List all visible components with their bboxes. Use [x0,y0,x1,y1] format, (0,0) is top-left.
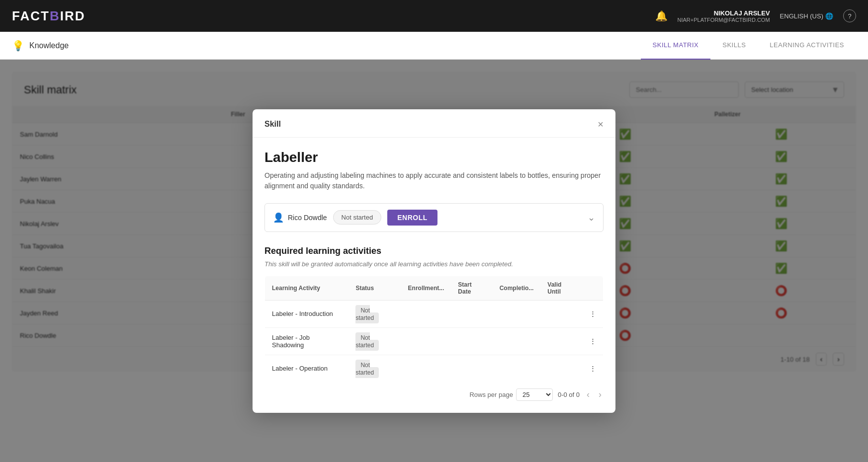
activity-name: Labeler - Operation [265,355,349,382]
language-selector[interactable]: ENGLISH (US) 🌐 [780,12,833,20]
enroll-button[interactable]: ENROLL [387,210,437,226]
user-info: NIKOLAJ ARSLEV NIAR+PLATFORM@FACTBIRD.CO… [678,9,770,23]
logo: FACTBIRD [12,8,85,24]
learning-row: Labeler - Job Shadowing Not started ⋮ [265,327,604,355]
col-actions [583,276,604,300]
activity-valid-until [540,355,583,382]
knowledge-icon: 💡 [12,40,24,52]
rows-per-page-label: Rows per page [469,391,513,398]
activity-status: Not started [348,327,401,355]
user-email: NIAR+PLATFORM@FACTBIRD.COM [678,17,770,23]
bell-icon[interactable]: 🔔 [655,10,668,22]
skill-name: Labeller [264,150,604,165]
col-enrollment: Enrollment... [401,276,451,300]
col-status: Status [348,276,401,300]
modal-pagination: Rows per page 25 50 100 0-0 of 0 ‹ › [264,383,604,401]
tab-skill-matrix[interactable]: SKILL MATRIX [641,32,711,60]
activity-enrollment [401,327,451,355]
learning-row: Labeler - Introduction Not started ⋮ [265,300,604,327]
rows-per-page: Rows per page 25 50 100 [469,388,552,401]
modal-close-button[interactable]: × [598,119,604,129]
skill-modal: Skill × Labeller Operating and adjusting… [253,109,615,413]
help-icon[interactable]: ? [843,9,856,22]
activity-start-date [451,300,492,327]
globe-icon: 🌐 [825,12,833,20]
col-completion: Completio... [493,276,541,300]
col-valid-until: Valid Until [540,276,583,300]
activity-valid-until [540,300,583,327]
learning-table: Learning Activity Status Enrollment... S… [264,276,604,383]
col-start-date: Start Date [451,276,492,300]
modal-next-btn[interactable]: › [597,388,604,401]
sub-nav: 💡 Knowledge SKILL MATRIX SKILLS LEARNING… [0,32,868,60]
activity-menu[interactable]: ⋮ [583,355,604,382]
skill-description: Operating and adjusting labeling machine… [264,170,604,191]
modal-header: Skill × [253,109,615,138]
section-subtitle: This skill will be granted automatically… [264,260,604,268]
modal-prev-btn[interactable]: ‹ [585,388,592,401]
activity-status: Not started [348,300,401,327]
person-icon: 👤 [273,212,284,223]
activity-valid-until [540,327,583,355]
modal-body: Labeller Operating and adjusting labelin… [253,138,615,413]
modal-title: Skill [264,120,281,129]
activity-start-date [451,327,492,355]
user-name: NIKOLAJ ARSLEV [678,9,770,17]
activity-status: Not started [348,355,401,382]
section-title: Required learning activities [264,246,604,256]
modal-overlay: Skill × Labeller Operating and adjusting… [0,60,868,462]
tab-skills[interactable]: SKILLS [710,32,758,60]
learning-row: Labeler - Operation Not started ⋮ [265,355,604,382]
activity-menu[interactable]: ⋮ [583,327,604,355]
nav-right: 🔔 NIKOLAJ ARSLEV NIAR+PLATFORM@FACTBIRD.… [655,9,856,23]
page-count: 0-0 of 0 [558,391,580,398]
enroll-expand-icon[interactable]: ⌄ [588,212,595,223]
enroll-user: 👤 Rico Dowdle [273,212,327,223]
section-title: Knowledge [29,41,69,50]
rows-per-page-select[interactable]: 25 50 100 [516,388,553,401]
enroll-row: 👤 Rico Dowdle Not started ENROLL ⌄ [264,203,604,232]
main-content: Skill matrix Select location ▼ Filler C.… [0,60,868,462]
activity-completion [493,355,541,382]
activity-enrollment [401,300,451,327]
activity-name: Labeler - Job Shadowing [265,327,349,355]
activity-menu[interactable]: ⋮ [583,300,604,327]
activity-completion [493,327,541,355]
sub-nav-tabs: SKILL MATRIX SKILLS LEARNING ACTIVITIES [641,32,856,59]
enroll-user-name: Rico Dowdle [288,214,327,222]
activity-start-date [451,355,492,382]
activity-name: Labeler - Introduction [265,300,349,327]
activity-enrollment [401,355,451,382]
col-learning-activity: Learning Activity [265,276,349,300]
tab-learning-activities[interactable]: LEARNING ACTIVITIES [758,32,856,60]
sub-nav-section: 💡 Knowledge [12,40,69,52]
top-nav: FACTBIRD 🔔 NIKOLAJ ARSLEV NIAR+PLATFORM@… [0,0,868,32]
enroll-status: Not started [333,210,382,225]
activity-completion [493,300,541,327]
